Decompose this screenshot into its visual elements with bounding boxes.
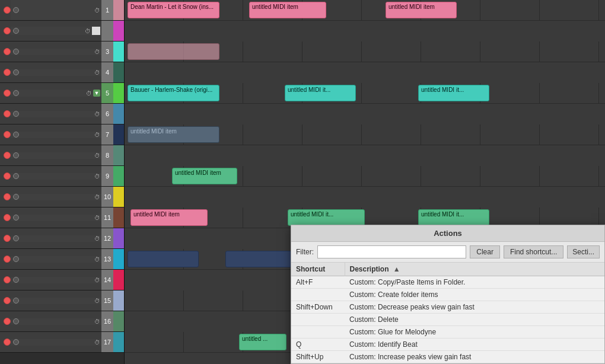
track-controls: ⏱ bbox=[11, 235, 101, 242]
track-mute-btn[interactable] bbox=[4, 48, 11, 55]
track-indicator bbox=[13, 111, 19, 117]
track-item: ⏱ 17 bbox=[0, 332, 124, 353]
arrange-row-1: Dean Martin - Let it Snow (ins... untitl… bbox=[125, 0, 605, 21]
track-number-10: 10 bbox=[101, 187, 113, 207]
description-cell: Custom: Identify Beat bbox=[345, 339, 604, 351]
track-mute-btn[interactable] bbox=[4, 256, 11, 263]
track-controls: ⏱ bbox=[11, 318, 101, 325]
midi-item[interactable]: untitled ... bbox=[239, 334, 286, 350]
table-row[interactable]: Alt+FCustom: Copy/Paste Items in Folder. bbox=[291, 276, 604, 289]
midi-item[interactable] bbox=[128, 43, 219, 60]
track-color-2 bbox=[113, 21, 124, 41]
track-mute-btn[interactable] bbox=[4, 27, 11, 34]
section-button[interactable]: Secti... bbox=[567, 245, 600, 258]
track-number-12: 12 bbox=[101, 228, 113, 248]
track-clock: ⏱ bbox=[94, 194, 100, 200]
track-number-3: 3 bbox=[101, 41, 113, 62]
table-row[interactable]: Custom: Delete bbox=[291, 314, 604, 326]
midi-item-label: untitled ... bbox=[242, 336, 268, 342]
track-list: ⏱ 1 ⏱ ⏱ 3 bbox=[0, 0, 125, 364]
midi-item[interactable]: untitled MIDI it... bbox=[418, 85, 489, 101]
track-color-14 bbox=[113, 270, 124, 290]
midi-item-label: untitled MIDI item bbox=[252, 4, 298, 10]
midi-item-label: Dean Martin - Let it Snow (ins... bbox=[130, 4, 214, 10]
midi-item[interactable]: untitled MIDI item bbox=[386, 2, 457, 18]
arrange-area: Dean Martin - Let it Snow (ins... untitl… bbox=[125, 0, 605, 364]
midi-item-label: untitled MIDI item bbox=[130, 128, 177, 135]
track-mute-btn[interactable] bbox=[4, 173, 11, 180]
track-number-6: 6 bbox=[101, 104, 113, 124]
track-mute-btn[interactable] bbox=[4, 276, 11, 283]
track-clock: ⏱ bbox=[94, 256, 100, 263]
midi-item-label: untitled MIDI item bbox=[175, 170, 221, 176]
track-number-4: 4 bbox=[101, 62, 113, 82]
midi-item[interactable]: untitled MIDI item bbox=[130, 209, 208, 226]
track-mute-btn[interactable] bbox=[4, 235, 11, 242]
track-mute-btn[interactable] bbox=[4, 297, 11, 304]
track-color-5 bbox=[113, 83, 124, 103]
track-item: ⏱ 13 bbox=[0, 249, 124, 270]
track-mute-btn[interactable] bbox=[4, 69, 11, 76]
track-indicator bbox=[13, 132, 19, 138]
track-item: ⏱ 8 bbox=[0, 145, 124, 166]
midi-item[interactable]: Bauuer - Harlem-Shake (origi... bbox=[128, 85, 219, 101]
track-mute-btn[interactable] bbox=[4, 152, 11, 159]
filter-input[interactable] bbox=[317, 245, 466, 258]
track-mute-btn[interactable] bbox=[4, 90, 11, 97]
track-number-2 bbox=[101, 21, 113, 41]
track-indicator bbox=[13, 277, 19, 283]
midi-item[interactable]: untitled MIDI item bbox=[249, 2, 326, 18]
track-color-15 bbox=[113, 290, 124, 311]
table-row[interactable]: Custom: Create folder items bbox=[291, 289, 604, 301]
table-row[interactable]: Shift+DownCustom: Decrease peaks view ga… bbox=[291, 301, 604, 314]
track-color-12 bbox=[113, 228, 124, 248]
clear-button[interactable]: Clear bbox=[470, 245, 500, 258]
midi-item-label: untitled MIDI it... bbox=[288, 87, 330, 93]
track-clock: ⏱ bbox=[94, 235, 100, 242]
track-mute-btn[interactable] bbox=[4, 339, 11, 346]
midi-item[interactable]: Dean Martin - Let it Snow (ins... bbox=[128, 2, 219, 18]
track-mute-btn[interactable] bbox=[4, 193, 11, 200]
col-description-header: Description ▲ bbox=[345, 263, 604, 276]
track-extra bbox=[92, 27, 100, 35]
shortcut-cell: Q bbox=[291, 339, 345, 351]
midi-item[interactable]: untitled MIDI it... bbox=[288, 209, 365, 226]
track-number-13: 13 bbox=[101, 249, 113, 269]
table-row[interactable]: Shift+UpCustom: Increase peaks view gain… bbox=[291, 351, 604, 363]
midi-item[interactable] bbox=[128, 251, 199, 267]
description-cell: Custom: Create folder items bbox=[345, 289, 604, 301]
find-shortcut-button[interactable]: Find shortcut... bbox=[504, 245, 563, 258]
table-row[interactable]: QCustom: Identify Beat bbox=[291, 339, 604, 351]
track-controls: ⏱ bbox=[11, 298, 101, 304]
track-indicator bbox=[13, 69, 19, 75]
track-indicator bbox=[13, 256, 19, 262]
track-record-indicator bbox=[13, 7, 19, 13]
track-controls: ⏱ bbox=[11, 215, 101, 221]
table-row[interactable]: Custom: Glue for Melodyne bbox=[291, 326, 604, 339]
track-mute-btn[interactable] bbox=[4, 214, 11, 221]
midi-item[interactable]: untitled MIDI it... bbox=[285, 85, 356, 101]
midi-item[interactable]: untitled MIDI it... bbox=[418, 209, 489, 226]
midi-item[interactable]: untitled MIDI item bbox=[172, 168, 237, 184]
track-indicator bbox=[13, 49, 19, 55]
track-mute-btn[interactable] bbox=[4, 131, 11, 138]
arrange-row-5: untitled MIDI item bbox=[125, 166, 605, 187]
track-mute-btn[interactable] bbox=[4, 7, 11, 14]
midi-item-label: untitled MIDI item bbox=[133, 211, 180, 218]
track-mute-btn[interactable] bbox=[4, 110, 11, 117]
midi-item-label: untitled MIDI it... bbox=[421, 211, 464, 218]
track-controls: ⏱ bbox=[11, 69, 101, 76]
track-item: ⏱ 12 bbox=[0, 228, 124, 249]
track-color-13 bbox=[113, 249, 124, 269]
track-controls: ⏱ bbox=[11, 27, 101, 35]
track-item: ⏱ 4 bbox=[0, 62, 124, 83]
midi-item[interactable]: untitled MIDI item bbox=[128, 126, 219, 143]
midi-item-label: untitled MIDI it... bbox=[291, 211, 333, 218]
shortcut-cell bbox=[291, 326, 345, 339]
track-number-17: 17 bbox=[101, 332, 113, 352]
track-mute-btn[interactable] bbox=[4, 318, 11, 325]
table-header-row: Shortcut Description ▲ bbox=[291, 263, 604, 276]
track-indicator bbox=[13, 235, 19, 241]
track-controls: ⏱ bbox=[11, 152, 101, 159]
track-number-14: 14 bbox=[101, 270, 113, 290]
